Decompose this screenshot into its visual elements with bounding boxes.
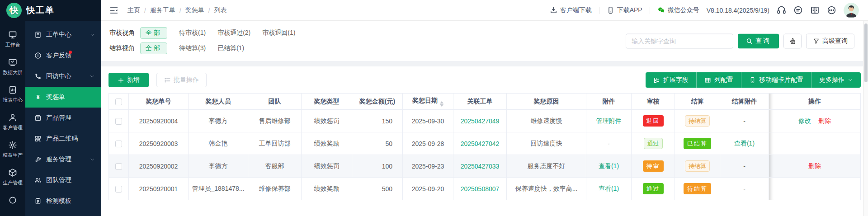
add-button[interactable]: 新增 (108, 73, 149, 87)
batch-operation-button[interactable]: 批量操作 (156, 73, 207, 87)
amount-cell: 500 (352, 178, 403, 200)
sidebar-item-qrcode[interactable]: 产品二维码 (25, 128, 101, 149)
rail-item-customer[interactable]: 客户管理 (0, 108, 25, 136)
row-checkbox-cell (109, 155, 129, 178)
search-input[interactable] (626, 33, 733, 48)
filter-selected-pill[interactable]: 全部 (140, 27, 167, 39)
download-app-link[interactable]: 下载APP (607, 6, 642, 14)
advanced-query-button[interactable]: 高级查询 (806, 33, 854, 48)
filter-option[interactable]: 审核退回(1) (262, 29, 295, 37)
order-id-cell: 20250920001 (129, 178, 189, 200)
sidebar-item-phone[interactable]: 回访中心 (25, 66, 101, 87)
breadcrumb-item[interactable]: 列表 (214, 6, 227, 14)
vertical-scrollbar[interactable] (863, 21, 868, 216)
delete-link[interactable]: 删除 (818, 117, 831, 125)
toolbar-button-more[interactable]: 更多操作 (811, 72, 861, 88)
logo[interactable]: 快 快工单 (0, 0, 101, 21)
audit-status-badge[interactable]: 待审 (643, 160, 664, 172)
audit-status-badge[interactable]: 退回 (643, 115, 664, 127)
attachment-link[interactable]: 查看(1) (599, 162, 619, 169)
breadcrumb-item[interactable]: 服务工单 (150, 6, 175, 14)
attachment-text: - (608, 140, 610, 147)
amount-cell: 100 (352, 155, 403, 178)
support-headset-icon[interactable] (777, 5, 786, 15)
delete-link[interactable]: 删除 (808, 162, 821, 170)
related-order-link[interactable]: 20250427033 (461, 163, 500, 170)
rail-item-production[interactable]: 生产管理 (0, 163, 25, 191)
filter-option[interactable]: 审核通过(2) (217, 29, 250, 37)
related-order-link[interactable]: 20250427042 (461, 140, 500, 147)
settle-status-badge[interactable]: 待结算 (684, 183, 711, 194)
order-id-cell: 20250920003 (129, 132, 189, 155)
breadcrumb-item[interactable]: 主页 (127, 6, 140, 14)
user-avatar[interactable] (844, 3, 859, 18)
rail-item-screen[interactable]: 数据大屏 (0, 53, 25, 80)
edit-link[interactable]: 修改 (798, 117, 811, 125)
rail-item-workbench[interactable]: 工作台 (0, 25, 25, 53)
breadcrumb-item[interactable]: 奖惩单 (185, 6, 204, 14)
filter-option[interactable]: 待审核(1) (179, 29, 206, 37)
scrollbar-thumb[interactable] (864, 23, 868, 82)
settle-status-badge[interactable]: 待结算 (685, 160, 710, 172)
topbar-right: 客户端下载 下载APP 微信公众号 V8.10.18.4(2025/9/19) (550, 3, 859, 18)
settle-status-badge[interactable]: 已结算 (684, 138, 711, 149)
rail-item-report[interactable]: 报表中心 (0, 80, 25, 108)
attachment-link[interactable]: 管理附件 (596, 117, 622, 124)
filter-option[interactable]: 待结算(3) (179, 44, 206, 52)
related-order-link[interactable]: 20250508007 (461, 185, 500, 193)
column-header[interactable]: 奖惩日期 (403, 94, 453, 110)
row-checkbox[interactable] (115, 186, 122, 193)
column-header: 奖惩类型 (302, 94, 352, 110)
sidebar-item-template[interactable]: 检测模板 (25, 191, 101, 211)
wechat-link[interactable]: 微信公众号 (657, 6, 699, 14)
settle-attachment-cell: - (720, 155, 769, 178)
select-all-checkbox[interactable] (115, 99, 122, 105)
column-header-label: 奖惩类型 (314, 98, 340, 105)
collapse-sidebar-icon[interactable] (109, 6, 118, 15)
toolbar-button-label: 扩展字段 (663, 76, 689, 84)
audit-status-badge[interactable]: 通过 (644, 138, 663, 149)
settle-attachment-link[interactable]: 查看(1) (734, 140, 755, 147)
settle-status-badge[interactable]: 待结算 (685, 115, 710, 127)
sidebar-item-service[interactable]: 服务管理 (25, 149, 101, 170)
batch-operation-label: 批量操作 (174, 76, 199, 84)
advanced-query-label: 高级查询 (822, 37, 848, 45)
toolbar-button-label: 移动端卡片配置 (759, 76, 803, 84)
related-order-link[interactable]: 20250427049 (461, 117, 500, 125)
sidebar-item-label: 产品二维码 (46, 135, 78, 143)
sidebar-item-team[interactable]: 团队管理 (25, 170, 101, 191)
attachment-link[interactable]: 查看(1) (599, 185, 619, 192)
row-checkbox-cell (109, 178, 129, 200)
row-checkbox[interactable] (115, 141, 122, 147)
settle-attachment-cell: - (720, 178, 769, 200)
sidebar-item-product[interactable]: 产品管理 (25, 108, 101, 128)
sidebar-item-yen[interactable]: ¥奖惩单 (25, 87, 101, 108)
clear-button[interactable] (783, 33, 802, 48)
docs-book-icon[interactable] (810, 5, 820, 15)
row-checkbox[interactable] (115, 118, 122, 125)
filter-option[interactable]: 已结算(1) (217, 44, 244, 52)
column-header: 审核 (632, 94, 675, 110)
row-checkbox[interactable] (115, 163, 122, 170)
audit-status-badge[interactable]: 通过 (643, 183, 664, 194)
type-cell: 绩效奖励 (302, 178, 352, 200)
phone-icon (607, 6, 614, 14)
sidebar-item-order[interactable]: 工单中心 (25, 24, 101, 45)
rail-item-lean[interactable]: 精益生产 (0, 136, 25, 163)
sidebar-item-info[interactable]: 客户反馈 (25, 45, 101, 66)
sort-icon[interactable] (440, 101, 443, 107)
rail-item-circle[interactable] (0, 191, 25, 209)
message-more-icon[interactable] (827, 5, 836, 15)
phone-icon (34, 73, 42, 80)
toolbar-button-expand[interactable]: 扩展字段 (646, 72, 696, 88)
query-button[interactable]: 查询 (738, 33, 779, 48)
toolbar-button-phone-small[interactable]: 移动端卡片配置 (741, 72, 811, 88)
feedback-icon[interactable] (793, 5, 803, 15)
attachment-cell: 管理附件 (586, 110, 632, 132)
toolbar-button-grid[interactable]: 列配置 (696, 72, 741, 88)
attachment-cell: - (586, 132, 632, 155)
client-download-link[interactable]: 客户端下载 (550, 6, 592, 14)
filter-selected-pill[interactable]: 全部 (140, 42, 167, 54)
column-header-label: 操作 (808, 98, 821, 105)
divider (650, 7, 650, 14)
